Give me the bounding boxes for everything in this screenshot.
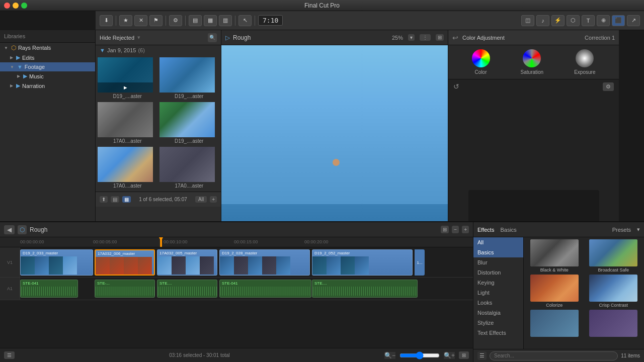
import-button[interactable]: ⬇ xyxy=(100,15,113,26)
effect-cat-distortion[interactable]: Distortion xyxy=(473,267,523,278)
track-header-video: V1 xyxy=(0,247,20,277)
video-clip-selected[interactable]: 17A032_006_master xyxy=(95,249,155,276)
close-button[interactable] xyxy=(4,3,10,9)
effect-cat-keying[interactable]: Keying xyxy=(473,278,523,288)
timeline-zoom-in[interactable]: + xyxy=(462,226,469,233)
clip-appearance-button[interactable]: ⊞ xyxy=(459,351,469,359)
audio-clip[interactable]: STE-... xyxy=(95,280,155,298)
reject-button[interactable]: ✕ xyxy=(134,15,147,26)
video-clip[interactable]: D19_2_028_master xyxy=(219,249,310,276)
sort-button[interactable]: ⬆ xyxy=(100,196,108,203)
basics-tab[interactable]: Basics xyxy=(500,227,516,233)
timeline-zoom-out[interactable]: − xyxy=(452,226,459,233)
thumbnail-item[interactable]: 17A0....aster xyxy=(159,147,219,190)
zoom-in-icon[interactable]: 🔍+ xyxy=(444,352,455,359)
clip-view-btn[interactable]: ▤ xyxy=(189,15,202,26)
effect-cat-basics[interactable]: Basics xyxy=(473,247,523,257)
video-clip[interactable]: D19_2_033_master xyxy=(20,249,93,276)
search-button[interactable]: 🔍 xyxy=(208,33,217,42)
thumbnail-item[interactable]: D19_....aster xyxy=(159,57,219,100)
audio-clip[interactable]: STE.... xyxy=(157,280,217,298)
audio-label: STE.... xyxy=(312,280,417,287)
rate-button[interactable]: ⚑ xyxy=(149,15,163,26)
sidebar-item-rays-rentals[interactable]: ▼ ⬡ Rays Rentals xyxy=(0,43,95,53)
count-label: (6) xyxy=(138,47,144,53)
effect-thumbnail xyxy=(589,275,637,302)
effect-item-6[interactable] xyxy=(585,310,642,338)
reset-button[interactable]: ↺ xyxy=(453,82,459,90)
chevron-down-icon[interactable]: ▼ xyxy=(100,47,105,53)
effect-cat-looks[interactable]: Looks xyxy=(473,298,523,308)
arrow-tool[interactable]: ↖ xyxy=(238,15,252,26)
effect-cat-nostalgia[interactable]: Nostalgia xyxy=(473,308,523,318)
effect-item-bw[interactable]: Black & White xyxy=(526,239,583,273)
maximize-button[interactable] xyxy=(21,3,27,9)
effects-list-view[interactable]: ☰ xyxy=(477,351,487,360)
share-btn[interactable]: ↗ xyxy=(627,15,640,26)
trim-button[interactable]: ⚙ xyxy=(169,15,182,26)
video-clip[interactable]: 17A032_005_master xyxy=(157,249,217,276)
clip-appearance-btn[interactable]: ◫ xyxy=(521,15,534,26)
thumbnail-item[interactable]: D19_....aster xyxy=(159,102,219,145)
ruler-mark-1: 00:00:05:00 xyxy=(93,239,117,244)
effect-cat-text-effects[interactable]: Text Effects xyxy=(473,328,523,338)
grid-view-button[interactable]: ▦ xyxy=(122,196,131,203)
window-title: Final Cut Pro xyxy=(304,2,340,9)
effect-cat-blur[interactable]: Blur xyxy=(473,257,523,267)
thumbnail-item[interactable]: 17A0....aster xyxy=(98,102,157,145)
saturation-tab[interactable]: Saturation xyxy=(521,49,544,75)
audio-clip[interactable]: STE-041 xyxy=(20,280,78,298)
sidebar-item-narration[interactable]: ▶ ▶ Narration xyxy=(0,81,95,90)
generators-btn[interactable]: ⊕ xyxy=(597,15,610,26)
inspector-btn[interactable]: ⬛ xyxy=(612,15,625,26)
timeline-back-button[interactable]: ◀ xyxy=(4,225,15,234)
zoom-slider[interactable] xyxy=(399,351,440,359)
effect-item-colorize[interactable]: Colorize xyxy=(526,275,583,308)
transitions-btn[interactable]: ⬡ xyxy=(567,15,580,26)
thumbnail-item[interactable]: 17A0....aster xyxy=(98,147,157,190)
zoom-level: 25% xyxy=(392,35,403,41)
back-icon[interactable]: ↩ xyxy=(452,34,458,42)
aspect-button[interactable]: ⊞ xyxy=(436,34,444,41)
thumbnail-item[interactable]: ▶ D19_....aster xyxy=(98,57,157,100)
minimize-button[interactable] xyxy=(13,3,19,9)
effect-item-crisp-contrast[interactable]: Crisp Contrast xyxy=(585,275,642,308)
effect-cat-all[interactable]: All xyxy=(473,237,523,247)
audio-btn[interactable]: ♪ xyxy=(536,15,549,26)
timeline-settings[interactable]: ⊞ xyxy=(441,226,449,233)
effects-btn[interactable]: ⚡ xyxy=(551,15,565,26)
timeline-status: 03:16 selected - 30:01 total xyxy=(169,352,230,358)
back-button[interactable]: ⚙ xyxy=(603,82,614,91)
audio-clip[interactable]: STE-041 xyxy=(219,280,311,298)
all-filter-button[interactable]: All xyxy=(195,196,207,203)
sidebar-item-edits[interactable]: ▶ ▶ Edits xyxy=(0,53,95,62)
effect-item-5[interactable] xyxy=(526,310,583,338)
clip-thumb xyxy=(96,257,110,275)
audio-clip[interactable]: STE.... xyxy=(312,280,418,298)
effects-tab[interactable]: Effects xyxy=(477,227,494,233)
favorite-button[interactable]: ★ xyxy=(119,15,132,26)
effect-cat-light[interactable]: Light xyxy=(473,288,523,298)
zoom-dropdown-button[interactable]: ▾ xyxy=(408,34,415,41)
exposure-tab[interactable]: Exposure xyxy=(574,49,595,75)
effect-item-broadcast[interactable]: Broadcast Safe xyxy=(585,239,642,273)
timeline-icon[interactable]: ⬡ xyxy=(18,225,27,234)
timeline-panel: ◀ ⬡ Rough ⊞ − + 00:00:00:00 00:00:05:00 … xyxy=(0,221,473,362)
sidebar-item-music[interactable]: ▶ ▶ Music xyxy=(0,71,95,81)
film-view-btn[interactable]: ▥ xyxy=(219,15,232,26)
library-icon: ⬡ xyxy=(11,44,16,51)
view-as-button[interactable]: ▤ xyxy=(111,196,119,203)
video-clip[interactable]: D19_2_052_master xyxy=(312,249,413,276)
list-view-button[interactable]: ☰ xyxy=(4,351,15,359)
add-to-timeline-button[interactable]: + xyxy=(210,196,217,203)
titles-btn[interactable]: T xyxy=(582,15,595,26)
color-tab[interactable]: Color xyxy=(472,49,490,75)
zoom-out-icon[interactable]: 🔍− xyxy=(384,352,395,359)
presets-label[interactable]: Presets xyxy=(612,227,631,233)
effect-cat-stylize[interactable]: Stylize xyxy=(473,318,523,328)
viewer-options-button[interactable]: ⋮ xyxy=(420,34,431,41)
filter-label[interactable]: Hide Rejected xyxy=(100,35,134,41)
list-view-btn[interactable]: ▦ xyxy=(204,15,217,26)
effects-search-input[interactable] xyxy=(490,351,618,360)
sidebar-item-footage[interactable]: ▼ ▼ Footage xyxy=(0,62,95,71)
